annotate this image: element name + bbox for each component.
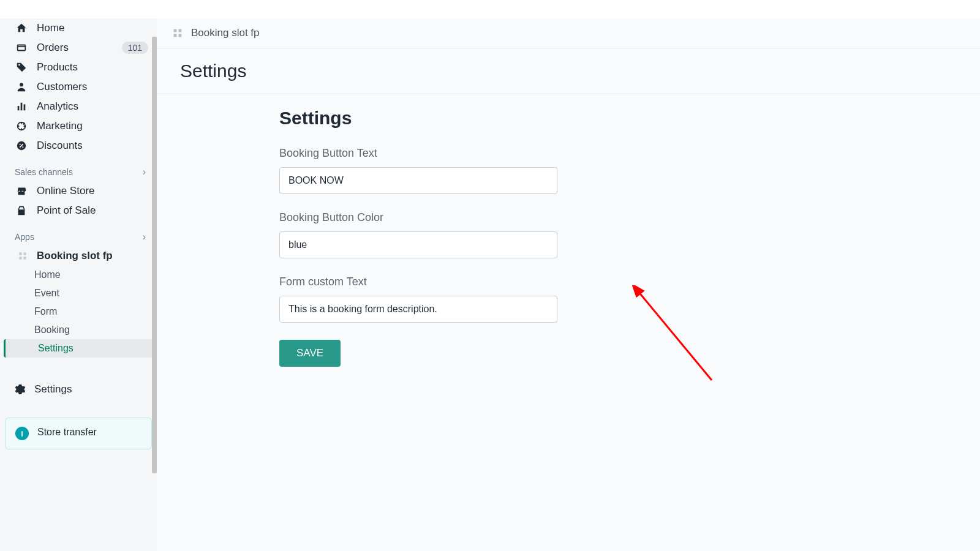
booking-button-color-input[interactable] [279,231,557,258]
svg-rect-12 [23,257,26,259]
apps-heading[interactable]: Apps › [0,220,157,246]
svg-rect-14 [179,29,182,32]
app-grid-icon [173,28,183,38]
sales-channels-heading[interactable]: Sales channels › [0,156,157,181]
sidebar-item-marketing[interactable]: Marketing [0,116,157,136]
sidebar-item-label: Home [37,22,64,34]
sidebar-item-label: Point of Sale [37,204,96,217]
sidebar: ▲ Home Orders 101 Products [0,18,157,551]
sidebar-item-label: Analytics [37,100,78,113]
svg-point-7 [20,144,21,145]
sidebar-channel-online-store[interactable]: Online Store [0,181,157,201]
orders-icon [15,42,28,53]
svg-rect-11 [19,257,21,259]
sidebar-app-item-booking[interactable]: Booking [0,321,157,339]
field-label: Booking Button Text [279,147,557,160]
sidebar-item-label: Online Store [37,185,95,197]
svg-point-1 [20,83,23,87]
orders-badge: 101 [122,42,148,54]
save-button[interactable]: SAVE [279,340,341,367]
sidebar-item-label: Settings [34,383,72,395]
gear-icon [15,384,26,395]
sidebar-item-label: Discounts [37,140,83,152]
svg-rect-0 [18,45,26,51]
svg-rect-3 [21,103,23,111]
sidebar-item-label: Products [37,61,78,73]
info-icon: i [15,427,29,440]
main-content: Booking slot fp Settings Settings Bookin… [157,18,980,551]
svg-rect-13 [174,29,177,32]
sidebar-app-item-home[interactable]: Home [0,266,157,284]
info-card-text: Store transfer [37,427,97,438]
chevron-right-icon: › [143,167,146,178]
sidebar-item-label: Event [34,288,59,299]
field-booking-button-text: Booking Button Text [279,147,557,194]
breadcrumb-app-name: Booking slot fp [191,27,260,39]
field-label: Form custom Text [279,276,557,288]
store-icon [15,186,28,197]
sidebar-channel-pos[interactable]: Point of Sale [0,201,157,220]
settings-form: Settings Booking Button Text Booking But… [157,94,980,367]
sidebar-app-root[interactable]: Booking slot fp [0,246,157,266]
svg-rect-10 [23,252,26,255]
breadcrumb: Booking slot fp [157,18,980,48]
sidebar-item-label: Settings [38,343,74,354]
sidebar-item-home[interactable]: Home [0,18,157,38]
svg-rect-2 [18,106,20,110]
tag-icon [15,62,28,73]
sidebar-app-item-settings[interactable]: Settings [4,339,153,358]
discount-icon [15,140,28,151]
svg-rect-16 [179,34,182,37]
sidebar-app-item-form[interactable]: Form [0,302,157,321]
sidebar-app-item-event[interactable]: Event [0,284,157,302]
field-label: Booking Button Color [279,211,557,224]
svg-rect-15 [174,34,177,37]
svg-rect-9 [19,252,21,255]
content-heading: Settings [279,108,980,129]
svg-point-8 [22,146,23,148]
sidebar-item-label: Booking slot fp [37,250,113,262]
sidebar-item-label: Booking [34,324,70,335]
sidebar-item-label: Orders [37,42,69,54]
app-grid-icon [17,252,28,260]
target-icon [15,121,28,132]
sidebar-item-discounts[interactable]: Discounts [0,136,157,156]
store-transfer-card[interactable]: i Store transfer [5,418,152,449]
form-custom-text-input[interactable] [279,296,557,323]
sidebar-item-products[interactable]: Products [0,58,157,77]
field-booking-button-color: Booking Button Color [279,211,557,258]
sidebar-item-customers[interactable]: Customers [0,77,157,97]
chevron-right-icon: › [143,231,146,242]
svg-rect-4 [24,104,26,110]
sidebar-item-analytics[interactable]: Analytics [0,97,157,116]
page-title-bar: Settings [157,48,980,94]
bar-chart-icon [15,101,28,112]
booking-button-text-input[interactable] [279,167,557,194]
page-title: Settings [180,61,957,81]
sidebar-scrollbar[interactable] [152,37,157,473]
sidebar-item-label: Marketing [37,120,83,132]
sidebar-item-label: Customers [37,81,87,93]
field-form-custom-text: Form custom Text [279,276,557,323]
home-icon [15,23,28,34]
pos-icon [15,205,28,216]
person-icon [15,81,28,92]
sidebar-item-label: Home [34,269,61,280]
sidebar-item-label: Form [34,306,57,317]
sidebar-item-orders[interactable]: Orders 101 [0,38,157,58]
sidebar-item-settings[interactable]: Settings [0,380,157,399]
